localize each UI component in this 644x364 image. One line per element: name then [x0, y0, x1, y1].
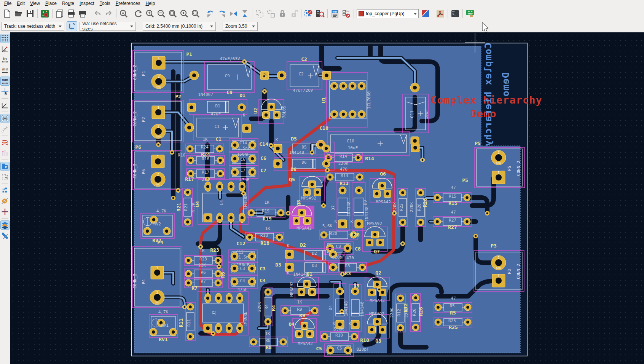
polar-coordinates-button[interactable]: θ [0, 45, 10, 54]
undo-button[interactable] [92, 8, 103, 19]
track-posture-icon [68, 22, 76, 30]
rotate-cw-button[interactable] [216, 8, 228, 19]
svg-text:RV1: RV1 [161, 323, 169, 328]
netlist-button[interactable]: NET [329, 8, 341, 19]
toolbar-separator [252, 9, 252, 18]
save-board-button[interactable] [24, 8, 36, 19]
ratsnest-visibility-button[interactable] [0, 114, 10, 123]
svg-text:820pF: 820pF [332, 255, 344, 260]
pcbway-plugin-button[interactable]: PCBWay [464, 8, 476, 19]
sketch-tracks-button[interactable] [0, 207, 10, 216]
route-plugin-button[interactable] [435, 8, 446, 19]
lock-button[interactable] [277, 8, 288, 19]
sketch-pads-icon [1, 197, 9, 205]
refresh-button[interactable] [133, 8, 144, 19]
pcb-canvas[interactable]: 12GND12GND12GND12GND12GND12GNDP1CONN_2P1… [10, 32, 644, 364]
menu-route[interactable]: Route [59, 0, 77, 6]
properties-panel-icon [1, 231, 9, 240]
new-board-button[interactable] [2, 8, 13, 19]
zoom-select[interactable]: Zoom 3.50 [223, 22, 258, 31]
menu-inspect[interactable]: Inspect [77, 0, 97, 6]
rotate-ccw-button[interactable] [205, 8, 216, 19]
menu-view[interactable]: View [27, 0, 43, 6]
sketch-pads-button[interactable] [0, 196, 10, 206]
find-icon: A [119, 9, 128, 18]
properties-panel-button[interactable] [0, 231, 10, 240]
menu-help[interactable]: Help [143, 0, 158, 6]
menu-edit[interactable]: Edit [14, 0, 27, 6]
net-highlight-button[interactable] [0, 138, 10, 147]
sketch-footprints-icon [1, 186, 9, 195]
svg-text:R4: R4 [264, 304, 269, 310]
local-ratsnest-button[interactable] [0, 148, 10, 158]
svg-text:P2: P2 [141, 117, 146, 122]
group-button[interactable] [254, 8, 265, 19]
svg-text:R28: R28 [422, 198, 428, 207]
flip-horizontal-button[interactable] [228, 8, 239, 19]
svg-text:R27: R27 [448, 224, 457, 230]
svg-text:R27: R27 [449, 218, 456, 223]
zoom-fit-button[interactable] [167, 8, 179, 19]
svg-text:C8: C8 [355, 246, 361, 252]
zoom-in-button[interactable] [144, 8, 156, 19]
layers-manager-button[interactable] [0, 220, 10, 230]
layers-manager-icon [1, 221, 9, 229]
print-button[interactable] [65, 8, 77, 19]
units-inches-button[interactable]: in [0, 55, 10, 64]
ungroup-button[interactable] [265, 8, 277, 19]
crosshair-cursor-button[interactable] [0, 87, 10, 96]
layer-pair-button[interactable] [420, 8, 431, 19]
zoom-objects-button[interactable] [179, 8, 190, 19]
pcb-board-view[interactable]: 12GND12GND12GND12GND12GND12GNDP1CONN_2P1… [10, 32, 644, 364]
flip-vertical-button[interactable] [239, 8, 250, 19]
svg-text:D1: D1 [215, 104, 220, 109]
redo-button[interactable] [103, 8, 115, 19]
ratsnest-visibility-icon [1, 114, 9, 123]
svg-text:78L05: 78L05 [282, 105, 287, 118]
curved-ratsnest-button[interactable] [0, 125, 10, 134]
zoom-selection-button[interactable] [190, 8, 201, 19]
layer-selector[interactable]: top_copper (PgUp) [357, 9, 419, 18]
menu-tools[interactable]: Tools [97, 0, 113, 6]
unlock-button[interactable] [288, 8, 300, 19]
svg-text:P5: P5 [475, 140, 481, 146]
filled-zones-button[interactable] [0, 162, 10, 171]
svg-text:D9: D9 [363, 200, 368, 205]
grid-select[interactable]: Grid: 2.5400 mm (0.1000 in) [143, 22, 216, 31]
toolbar-separator [2, 136, 8, 136]
svg-text:2: 2 [156, 291, 158, 294]
svg-text:5,6K: 5,6K [334, 327, 344, 332]
sketch-footprints-button[interactable] [0, 186, 10, 195]
menu-preferences[interactable]: Preferences [113, 0, 143, 6]
zone-outlines-button[interactable] [0, 172, 10, 182]
zone-outlines-icon [1, 173, 9, 181]
grid-display-icon [1, 34, 9, 43]
plot-icon [78, 9, 87, 18]
svg-text:D2: D2 [300, 242, 306, 248]
drc-check-button[interactable] [341, 8, 352, 19]
track-posture-button[interactable] [67, 21, 77, 31]
svg-text:R21: R21 [176, 203, 182, 212]
svg-text:C12: C12 [236, 250, 244, 255]
svg-text:C1: C1 [214, 124, 219, 129]
via-size-select[interactable]: Via: use netclass sizes [80, 22, 136, 31]
limit-45deg-button[interactable] [0, 101, 10, 110]
page-settings-button[interactable] [54, 8, 65, 19]
open-board-button[interactable] [13, 8, 24, 19]
zoom-out-button[interactable] [156, 8, 167, 19]
svg-text:2: 2 [157, 172, 159, 176]
grid-display-button[interactable] [0, 34, 10, 43]
search-footprints-button[interactable] [314, 8, 326, 19]
svg-text:C14: C14 [259, 141, 268, 147]
menu-place[interactable]: Place [43, 0, 59, 6]
plot-button[interactable] [77, 8, 88, 19]
scripting-console-button[interactable]: >_ [450, 8, 461, 19]
units-mils-button[interactable]: mil [0, 66, 10, 75]
board-setup-button[interactable] [39, 8, 51, 19]
menu-file[interactable]: File [2, 0, 14, 6]
edit-footprints-button[interactable] [303, 8, 314, 19]
svg-text:47: 47 [451, 210, 456, 215]
units-mm-button[interactable]: mm [0, 77, 10, 86]
track-width-select[interactable]: Track: use netclass width [2, 22, 64, 31]
find-button[interactable]: A [118, 8, 129, 19]
